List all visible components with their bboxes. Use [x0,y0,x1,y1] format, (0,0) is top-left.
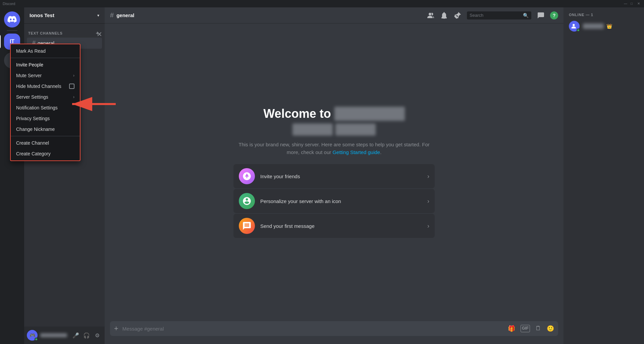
privacy-settings-label: Privacy Settings [16,116,50,121]
getting-started-link[interactable]: Getting Started guide [332,149,380,155]
send-message-label: Send your first message [260,223,422,229]
mute-mic-button[interactable]: 🎤 [71,331,80,340]
create-category-label: Create Category [16,151,51,156]
member-item[interactable]: 👑 [566,19,641,33]
close-overlay-button[interactable]: ✕ [95,30,103,38]
chat-input-icons: 🎁 GIF 🗒 🙂 [508,325,554,332]
context-mute-server[interactable]: Mute Server › [11,70,80,81]
emoji-button[interactable]: 🙂 [547,325,554,332]
text-channels-header[interactable]: TEXT CHANNELS + [27,29,102,37]
personalize-label: Personalize your server with an icon [260,198,422,204]
welcome-description: This is your brand new, shiny server. He… [233,141,435,156]
member-name: 👑 [583,23,612,29]
welcome-title: Welcome to [233,107,435,121]
invite-icon [239,168,255,184]
member-status-dot [577,29,580,32]
user-panel: 🎮 🎤 🎧 ⚙ [24,327,105,344]
send-first-message-card[interactable]: Send your first message › [233,214,435,238]
chat-input-placeholder[interactable]: Message #general [122,326,504,332]
add-attachment-button[interactable]: + [114,324,118,333]
close-button[interactable]: ✕ [637,2,641,6]
change-nickname-label: Change Nickname [16,127,55,132]
search-icon: 🔍 [523,13,529,18]
mark-as-read-label: Mark As Read [16,48,46,54]
right-sidebar: ONLINE — 1 👑 [564,7,644,344]
message-list: Welcome to This is your brand new, shiny… [105,23,564,321]
pinned-messages-button[interactable] [453,11,462,19]
server-sub-name-1-blurred [292,124,333,136]
send-arrow-icon: › [427,223,429,230]
header-channel-label: general [116,12,134,18]
header-channel-name: # general [110,11,134,19]
server-name: Ionos Test [30,12,54,18]
header-hash-icon: # [110,11,114,19]
server-divider [7,30,17,31]
red-arrow-annotation [65,91,119,118]
welcome-section: Welcome to This is your brand new, shiny… [233,107,435,238]
channel-header: # general Search 🔍 [105,7,564,23]
personalize-icon [239,193,255,209]
chat-input-area: + Message #general 🎁 GIF 🗒 🙂 [105,321,564,344]
user-settings-button[interactable]: ⚙ [93,331,102,340]
context-invite-people[interactable]: Invite People [11,59,80,70]
invite-friends-label: Invite your friends [260,174,422,179]
personalize-server-card[interactable]: Personalize your server with an icon › [233,189,435,213]
main-content: # general Search 🔍 [105,7,564,344]
personalize-arrow-icon: › [427,198,429,205]
notification-settings-label: Notification Settings [16,105,58,110]
titlebar: Discord — □ ✕ [0,0,644,7]
gift-icon[interactable]: 🎁 [508,325,515,332]
app-layout: IT + Ionos Test ▾ TEXT CHANNELS + # gene… [0,7,644,344]
server-settings-label: Server Settings [16,94,48,100]
user-avatar: 🎮 [27,330,38,341]
context-create-category[interactable]: Create Category [11,148,80,159]
inbox-button[interactable] [537,11,545,19]
search-bar[interactable]: Search 🔍 [467,11,531,19]
minimize-button[interactable]: — [624,2,628,6]
chat-area: Welcome to This is your brand new, shiny… [105,23,564,344]
hide-muted-label: Hide Muted Channels [16,84,61,89]
sticker-button[interactable]: 🗒 [535,325,541,332]
invite-people-label: Invite People [16,62,43,67]
maximize-button[interactable]: □ [631,2,635,6]
header-actions: Search 🔍 ? [427,11,558,19]
server-sub-name-2-blurred [335,124,376,136]
mute-server-arrow: › [73,73,74,78]
window-controls: — □ ✕ [624,2,641,6]
member-avatar [569,21,580,32]
username [40,333,67,337]
create-channel-label: Create Channel [16,140,49,146]
text-channels-label: TEXT CHANNELS [28,31,63,35]
context-separator-1 [11,58,80,58]
context-change-nickname[interactable]: Change Nickname [11,124,80,135]
gif-button[interactable]: GIF [521,325,530,332]
user-info [40,333,68,337]
context-separator-2 [11,136,80,136]
search-placeholder: Search [470,13,520,18]
hide-muted-checkbox[interactable] [69,84,74,89]
crown-icon: 👑 [606,23,612,29]
context-mark-as-read[interactable]: Mark As Read [11,46,80,56]
user-controls: 🎤 🎧 ⚙ [71,331,102,340]
app-title: Discord [3,2,15,6]
invite-friends-card[interactable]: Invite your friends › [233,164,435,188]
user-status-online [35,338,38,341]
discord-home-button[interactable] [4,11,20,28]
members-list-button[interactable] [427,11,435,19]
online-header: ONLINE — 1 [566,13,641,17]
context-hide-muted[interactable]: Hide Muted Channels [11,81,80,92]
context-create-channel[interactable]: Create Channel [11,138,80,148]
server-header[interactable]: Ionos Test ▾ [24,7,105,23]
help-button[interactable]: ? [550,11,558,19]
server-dropdown-icon: ▾ [97,13,99,18]
deafen-button[interactable]: 🎧 [82,331,91,340]
action-cards: Invite your friends › Personalize your s… [233,164,435,238]
send-message-icon [239,218,255,234]
server-name-blurred [334,107,405,121]
notifications-button[interactable] [440,11,448,19]
chat-input-bar[interactable]: + Message #general 🎁 GIF 🗒 🙂 [110,321,558,336]
invite-arrow-icon: › [427,173,429,180]
mute-server-label: Mute Server [16,73,42,78]
